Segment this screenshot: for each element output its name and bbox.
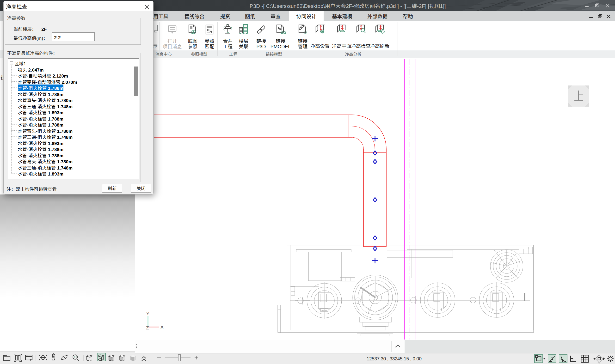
svg-text:Y: Y	[146, 311, 149, 316]
svg-text:X: X	[160, 325, 164, 330]
svg-text:Z: Z	[146, 325, 149, 330]
